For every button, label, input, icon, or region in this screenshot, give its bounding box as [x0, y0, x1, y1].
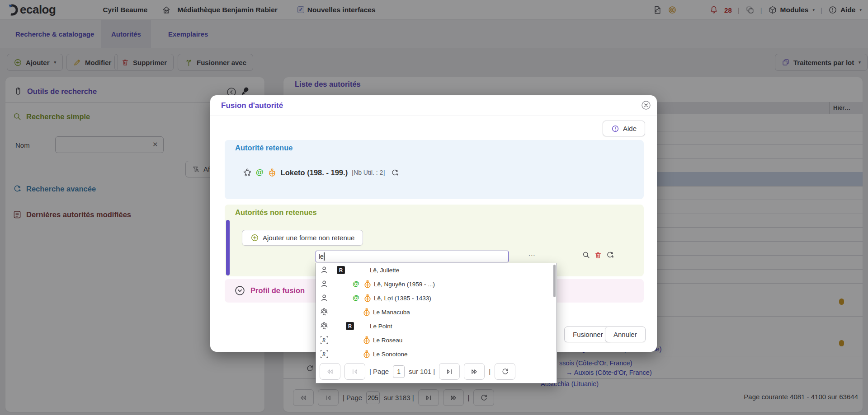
reload-entry-icon[interactable] [606, 251, 614, 259]
at-sign-icon: @ [256, 168, 264, 177]
suggestion-row[interactable]: @ Lê, Nguyên (1959 - ...) [316, 277, 557, 291]
retained-entry-label: Loketo (198. - 199.) [281, 168, 348, 177]
more-options-button[interactable]: ... [528, 250, 536, 257]
scrollbar-thumb[interactable] [553, 265, 556, 297]
merge-profile-header[interactable]: Profil de fusion [234, 285, 305, 296]
divider [210, 116, 657, 116]
svg-text:R: R [322, 337, 326, 343]
group-icon [320, 322, 329, 331]
suggestion-row[interactable]: @ Lê, Lợi (1385 - 1433) [316, 291, 557, 305]
page-label: | Page [369, 368, 389, 375]
merge-profile-title: Profil de fusion [250, 286, 305, 295]
modal-title: Fusion d'autorité [221, 101, 283, 110]
active-row-indicator [226, 220, 230, 275]
step-back-icon [350, 367, 359, 376]
suggestion-row[interactable]: R Le Point [316, 319, 557, 333]
text-caret [324, 252, 325, 261]
work-title-icon: R [320, 350, 329, 359]
first-page-button[interactable] [320, 363, 340, 380]
rejected-form-badge: R [337, 266, 345, 274]
close-icon[interactable] [641, 100, 651, 111]
info-circle-icon [611, 125, 619, 133]
suggestion-row[interactable]: R Lê, Juliette [316, 263, 557, 277]
cancel-button[interactable]: Annuler [605, 326, 646, 342]
at-sign-icon: @ [353, 294, 359, 301]
person-icon [320, 294, 329, 303]
svg-text:R: R [322, 351, 326, 357]
non-retained-search-input[interactable] [316, 251, 509, 262]
add-non-retained-form-button[interactable]: Ajouter une forme non retenue [242, 230, 363, 246]
authority-suggestions-dropdown: R Lê, Juliette @ Lê, Nguyên (1959 - ...)… [316, 263, 557, 383]
hierarchy-icon [243, 168, 252, 177]
rewind-icon [326, 367, 335, 376]
reload-list-button[interactable] [495, 363, 515, 380]
step-forward-icon [445, 367, 454, 376]
refresh-icon [501, 367, 509, 376]
merge-button[interactable]: Fusionner [564, 326, 612, 342]
retained-authority-entry: @ Loketo (198. - 199.) [Nb Util. : 2] [243, 168, 399, 177]
page-total-label: sur 101 | [409, 368, 435, 375]
fast-forward-icon [470, 367, 479, 376]
search-icon[interactable] [582, 251, 590, 259]
suggestion-row[interactable]: Le Manacuba [316, 305, 557, 319]
work-title-icon: R [320, 336, 329, 345]
orb-icon [363, 294, 372, 303]
usage-count-label: [Nb Util. : 2] [352, 169, 385, 176]
group-icon [320, 308, 329, 317]
prev-page-button[interactable] [344, 363, 365, 380]
non-retained-section-title: Autorités non retenues [235, 208, 317, 217]
next-page-button[interactable] [439, 363, 460, 380]
rejected-form-badge: R [346, 322, 354, 330]
person-icon [320, 280, 329, 289]
entry-action-icons [582, 251, 614, 259]
at-sign-icon: @ [353, 280, 359, 287]
page-number-input[interactable] [393, 365, 405, 378]
retained-authority-panel: Autorité retenue @ Loketo (198. - 199.) … [225, 140, 644, 199]
suggestion-row[interactable]: R Le Roseau [316, 333, 557, 347]
orb-icon [362, 350, 371, 359]
orb-icon [363, 280, 372, 289]
suggestion-row[interactable]: R Le Sonotone [316, 347, 557, 361]
person-icon [320, 266, 329, 275]
orb-icon [268, 168, 277, 177]
reload-entry-icon[interactable] [391, 168, 399, 177]
orb-icon [362, 336, 371, 345]
last-page-button[interactable] [464, 363, 485, 380]
orb-icon [362, 308, 371, 317]
separator: | [489, 368, 491, 375]
chevron-down-circle-icon[interactable] [234, 285, 245, 296]
dropdown-pagination: | Page sur 101 | | [320, 363, 515, 380]
retained-section-title: Autorité retenue [235, 144, 292, 152]
trash-icon[interactable] [594, 251, 602, 259]
modal-help-button[interactable]: Aide [603, 121, 645, 136]
plus-circle-icon [250, 233, 259, 242]
